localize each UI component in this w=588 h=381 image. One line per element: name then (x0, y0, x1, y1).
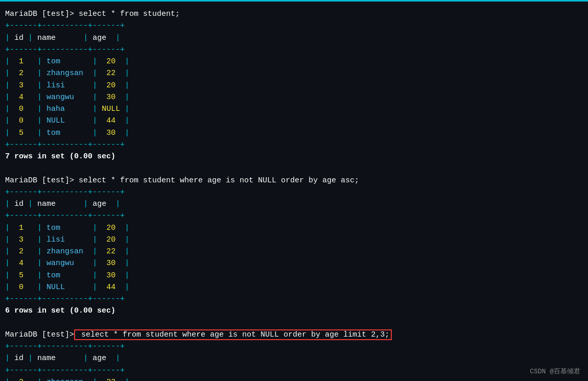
row-2-1: | 1 | tom | 20 | (5, 222, 583, 234)
cmd-line-2: MariaDB [test]> select * from student wh… (5, 175, 583, 186)
spacer-2 (5, 317, 583, 329)
border-7: +------+----------+------+ (5, 341, 583, 352)
cmd-line-3: MariaDB [test]> select * from student wh… (5, 329, 583, 341)
terminal-content: MariaDB [test]> select * from student; +… (5, 4, 583, 381)
terminal-window: MariaDB [test]> select * from student; +… (0, 0, 588, 381)
border-4: +------+----------+------+ (5, 186, 583, 198)
spacer-1 (5, 162, 583, 174)
row-2-6: | 0 | NULL | 44 | (5, 281, 583, 293)
row-1-7: | 5 | tom | 30 | (5, 127, 583, 139)
border-2: +------+----------+------+ (5, 44, 583, 56)
row-2-3: | 2 | zhangsan | 22 | (5, 246, 583, 257)
header-3: | id | name | age | (5, 352, 583, 364)
header-2: | id | name | age | (5, 198, 583, 210)
header-1: | id | name | age | (5, 32, 583, 44)
row-1-3: | 3 | lisi | 20 | (5, 80, 583, 91)
top-border (0, 0, 588, 2)
border-3: +------+----------+------+ (5, 139, 583, 151)
border-1: +------+----------+------+ (5, 20, 583, 32)
result-1: 7 rows in set (0.00 sec) (5, 151, 583, 162)
row-3-1: | 2 | zhangsan | 22 | (5, 376, 583, 381)
row-1-2: | 2 | zhangsan | 22 | (5, 67, 583, 79)
row-2-5: | 5 | tom | 30 | (5, 270, 583, 281)
row-2-4: | 4 | wangwu | 30 | (5, 257, 583, 269)
result-2: 6 rows in set (0.00 sec) (5, 305, 583, 317)
border-8: +------+----------+------+ (5, 365, 583, 376)
cmd-line-1: MariaDB [test]> select * from student; (5, 8, 583, 20)
border-5: +------+----------+------+ (5, 210, 583, 222)
row-1-6: | 0 | NULL | 44 | (5, 115, 583, 127)
row-1-1: | 1 | tom | 20 | (5, 56, 583, 67)
row-1-5: | 0 | haha | NULL | (5, 103, 583, 115)
watermark: CSDN @百慕倾君 (530, 367, 580, 376)
border-6: +------+----------+------+ (5, 293, 583, 305)
row-1-4: | 4 | wangwu | 30 | (5, 91, 583, 103)
row-2-2: | 3 | lisi | 20 | (5, 234, 583, 246)
